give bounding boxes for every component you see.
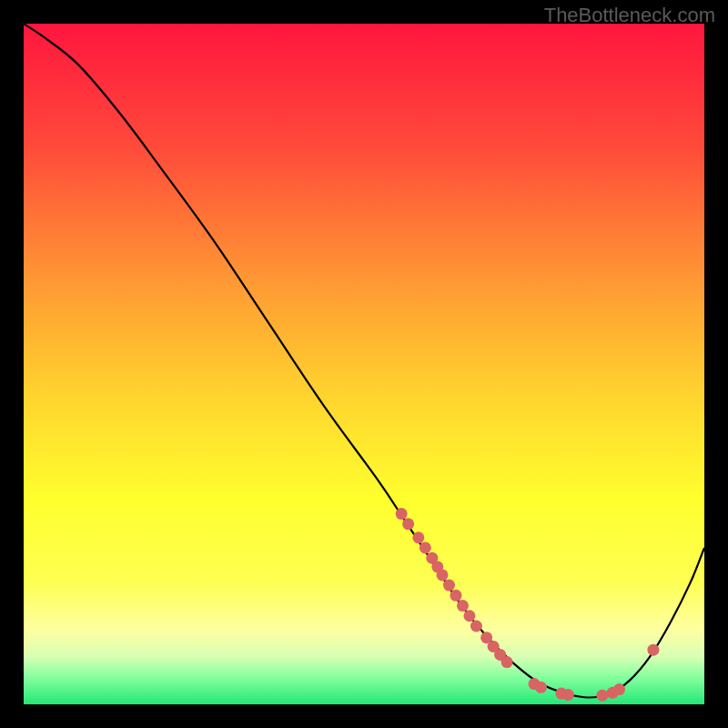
data-point [420, 541, 431, 553]
data-point [647, 644, 659, 656]
data-point [501, 656, 513, 668]
chart-plot-area [24, 24, 704, 704]
data-point [613, 683, 625, 695]
data-point [443, 580, 455, 592]
data-point [450, 590, 461, 602]
data-point [463, 610, 475, 622]
data-point [535, 682, 547, 693]
data-point [470, 620, 482, 632]
data-point [396, 508, 408, 520]
data-point [402, 518, 414, 530]
data-point [412, 531, 424, 543]
data-point [457, 600, 469, 612]
watermark-text: TheBottleneck.com [544, 4, 715, 27]
chart-background [24, 24, 704, 704]
data-point [596, 690, 608, 702]
data-point [562, 689, 574, 701]
data-point [437, 569, 449, 581]
chart-svg [24, 24, 704, 704]
